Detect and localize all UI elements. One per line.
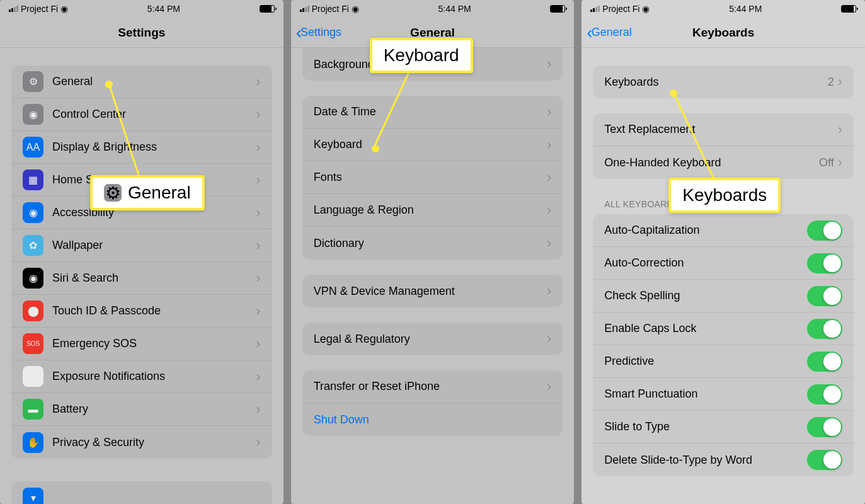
carrier-label: Project Fi: [21, 4, 58, 14]
toggle-switch[interactable]: [807, 220, 842, 241]
callout-keyboard: Keyboard: [370, 38, 473, 73]
row-icon: ▦: [23, 169, 43, 190]
chevron-right-icon: ›: [838, 74, 842, 90]
list-item[interactable]: Auto-Correction: [593, 247, 854, 280]
time-label: 5:44 PM: [147, 4, 180, 14]
chevron-right-icon: ›: [256, 139, 260, 156]
chevron-right-icon: ›: [256, 401, 260, 418]
group: VPN & Device Management›: [302, 275, 563, 307]
row-label: Check Spelling: [604, 289, 807, 302]
chevron-right-icon: ›: [256, 106, 260, 123]
row-icon: ◉: [23, 104, 43, 125]
chevron-right-icon: ›: [256, 336, 260, 352]
list-item[interactable]: Predictive: [593, 345, 854, 378]
row-label: Date & Time: [314, 105, 547, 118]
list-item[interactable]: Dictionary›: [302, 227, 563, 260]
row-label: Transfer or Reset iPhone: [314, 380, 547, 393]
battery-icon: [841, 5, 856, 13]
list-item[interactable]: Date & Time›: [302, 96, 563, 129]
row-icon: SOS: [23, 333, 43, 354]
chevron-right-icon: ›: [547, 331, 551, 347]
status-bar: Project Fi ◉ 5:44 PM: [291, 0, 575, 18]
toggle-switch[interactable]: [807, 286, 842, 306]
chevron-right-icon: ›: [547, 235, 551, 251]
row-icon: ▾: [23, 488, 43, 505]
list-item[interactable]: Smart Punctuation: [593, 378, 854, 411]
back-button[interactable]: ‹ General: [581, 23, 631, 43]
row-icon: AA: [23, 137, 43, 158]
row-icon: ⬤: [23, 301, 43, 321]
toggle-switch[interactable]: [807, 417, 842, 437]
list-item[interactable]: One-Handed KeyboardOff›: [593, 146, 854, 179]
signal-icon: [9, 6, 18, 12]
list-item[interactable]: ▾: [11, 481, 272, 504]
list-item[interactable]: ◉Control Center›: [11, 98, 272, 131]
row-icon: ✿: [23, 235, 43, 256]
list-item[interactable]: ✿Wallpaper›: [11, 229, 272, 262]
group: Keyboards2›: [593, 66, 854, 98]
list-item[interactable]: Legal & Regulatory›: [302, 323, 563, 355]
back-button[interactable]: ‹ Settings: [291, 23, 341, 43]
wifi-icon: ◉: [642, 4, 650, 14]
list-item[interactable]: Enable Caps Lock: [593, 312, 854, 345]
battery-icon: [260, 5, 275, 13]
list-item[interactable]: Slide to Type: [593, 411, 854, 444]
toggle-switch[interactable]: [807, 384, 842, 404]
list-item[interactable]: Delete Slide-to-Type by Word: [593, 444, 854, 476]
row-label: Display & Brightness: [52, 140, 256, 154]
row-value: Off: [819, 156, 834, 169]
list-item[interactable]: ▬Battery›: [11, 393, 272, 426]
list-item[interactable]: Auto-Capitalization: [593, 214, 854, 247]
group: Text Replacement›One-Handed KeyboardOff›: [593, 113, 854, 179]
row-icon: ⚙: [23, 71, 43, 92]
list-item[interactable]: ⚙General›: [11, 66, 272, 98]
list-item[interactable]: ✋Privacy & Security›: [11, 426, 272, 459]
list-item[interactable]: Keyboards2›: [593, 66, 854, 98]
row-label: Emergency SOS: [52, 337, 256, 350]
toggle-switch[interactable]: [807, 253, 842, 273]
page-title: Keyboards: [692, 26, 754, 40]
chevron-right-icon: ›: [256, 74, 260, 90]
row-label: Touch ID & Passcode: [52, 304, 256, 318]
chevron-right-icon: ›: [838, 154, 842, 171]
toggle-switch[interactable]: [807, 319, 842, 339]
toggle-switch[interactable]: [807, 352, 842, 372]
chevron-right-icon: ›: [547, 137, 551, 153]
list-item[interactable]: ⬤Touch ID & Passcode›: [11, 295, 272, 328]
list-item[interactable]: Language & Region›: [302, 194, 563, 227]
wifi-icon: ◉: [60, 4, 68, 14]
list-item[interactable]: Keyboard›: [302, 129, 563, 161]
toggle-switch[interactable]: [807, 450, 842, 470]
list-item[interactable]: Transfer or Reset iPhone›: [302, 370, 563, 403]
list-item[interactable]: Check Spelling: [593, 280, 854, 312]
row-label: VPN & Device Management: [314, 285, 547, 298]
list-item[interactable]: Fonts›: [302, 161, 563, 194]
list-item[interactable]: Shut Down: [302, 403, 563, 436]
list-item[interactable]: ✱Exposure Notifications›: [11, 360, 272, 393]
chevron-right-icon: ›: [547, 169, 551, 186]
row-icon: ✋: [23, 432, 43, 453]
chevron-right-icon: ›: [838, 122, 842, 138]
row-icon: ✱: [23, 366, 43, 387]
list-item[interactable]: VPN & Device Management›: [302, 275, 563, 307]
chevron-right-icon: ›: [547, 56, 551, 72]
group: Date & Time›Keyboard›Fonts›Language & Re…: [302, 96, 563, 260]
row-label: Delete Slide-to-Type by Word: [604, 454, 807, 467]
row-label: Auto-Correction: [604, 256, 807, 270]
nav-bar: Settings: [0, 18, 284, 48]
list-item[interactable]: AADisplay & Brightness›: [11, 131, 272, 164]
list-item[interactable]: SOSEmergency SOS›: [11, 328, 272, 360]
highlight-dot: [105, 81, 113, 88]
status-bar: Project Fi ◉ 5:44 PM: [581, 0, 865, 18]
page-title: Settings: [118, 26, 165, 40]
list-item[interactable]: Text Replacement›: [593, 113, 854, 146]
row-value: 2: [828, 76, 834, 89]
chevron-right-icon: ›: [547, 202, 551, 219]
row-label: Enable Caps Lock: [604, 322, 807, 335]
row-label: Wallpaper: [52, 239, 256, 252]
row-label: Fonts: [314, 171, 547, 184]
wifi-icon: ◉: [352, 4, 359, 14]
row-label: Smart Punctuation: [604, 387, 807, 401]
list-item[interactable]: ◉Siri & Search›: [11, 262, 272, 295]
chevron-right-icon: ›: [256, 303, 260, 319]
